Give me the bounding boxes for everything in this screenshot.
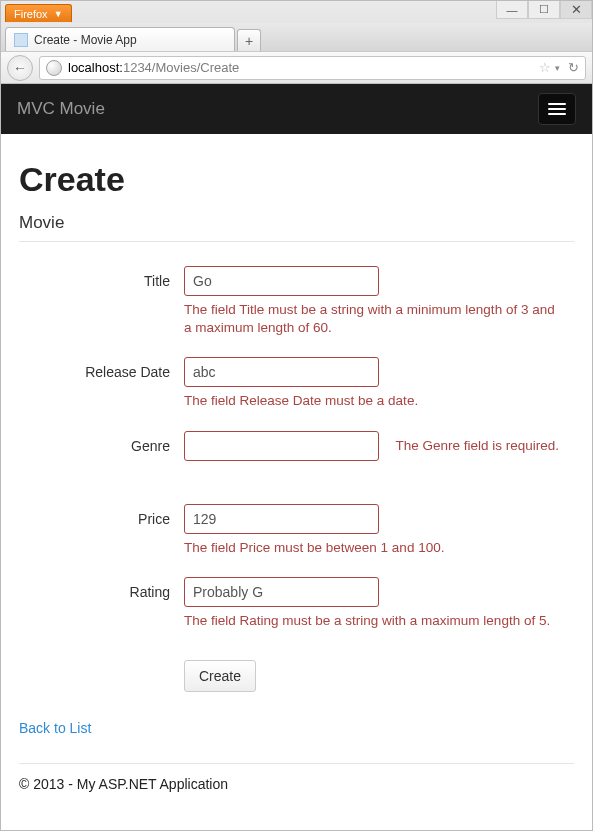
footer-text: © 2013 - My ASP.NET Application <box>19 776 574 792</box>
url-path: 1234/Movies/Create <box>123 60 239 75</box>
maximize-button[interactable]: ☐ <box>528 1 560 19</box>
url-host: localhost: <box>68 60 123 75</box>
spacer <box>19 660 184 667</box>
price-error: The field Price must be between 1 and 10… <box>184 539 564 557</box>
toolbar: ← localhost:1234/Movies/Create ☆ ▾ ↻ <box>1 51 592 83</box>
minimize-button[interactable]: — <box>496 1 528 19</box>
brand[interactable]: MVC Movie <box>17 99 105 119</box>
form-row-submit: Create <box>19 660 574 692</box>
reload-icon[interactable]: ↻ <box>568 60 579 75</box>
bookmark-dropdown-icon[interactable]: ▾ <box>555 63 560 73</box>
browser-chrome: Firefox ▼ — ☐ ✕ Create - Movie App + ← l… <box>1 1 592 84</box>
tab-title: Create - Movie App <box>34 33 137 47</box>
back-to-list-link[interactable]: Back to List <box>19 720 91 736</box>
globe-icon <box>46 60 62 76</box>
form-row-genre: Genre The Genre field is required. . <box>19 431 574 498</box>
content: Create Movie Title The field Title must … <box>1 134 592 810</box>
form-subtitle: Movie <box>19 213 574 233</box>
genre-error: The Genre field is required. <box>395 438 559 453</box>
arrow-left-icon: ← <box>13 60 27 76</box>
hamburger-icon <box>548 113 566 115</box>
close-button[interactable]: ✕ <box>560 1 592 19</box>
hamburger-icon <box>548 103 566 105</box>
label-genre: Genre <box>19 431 184 454</box>
rating-input[interactable] <box>184 577 379 607</box>
nav-toggle-button[interactable] <box>538 93 576 125</box>
label-title: Title <box>19 266 184 289</box>
label-price: Price <box>19 504 184 527</box>
form-row-price: Price The field Price must be between 1 … <box>19 504 574 571</box>
genre-input[interactable] <box>184 431 379 461</box>
addressbar-right: ☆ ▾ ↻ <box>539 60 579 75</box>
divider <box>19 241 574 242</box>
bookmark-star-icon[interactable]: ☆ <box>539 60 551 75</box>
release-date-error: The field Release Date must be a date. <box>184 392 564 410</box>
favicon-icon <box>14 33 28 47</box>
form-row-title: Title The field Title must be a string w… <box>19 266 574 351</box>
window-controls: — ☐ ✕ <box>496 1 592 19</box>
page-viewport: MVC Movie Create Movie Title The field T… <box>1 84 592 831</box>
browser-tab[interactable]: Create - Movie App <box>5 27 235 51</box>
address-bar[interactable]: localhost:1234/Movies/Create ☆ ▾ ↻ <box>39 56 586 80</box>
url-text: localhost:1234/Movies/Create <box>68 60 239 75</box>
form-row-release-date: Release Date The field Release Date must… <box>19 357 574 424</box>
firefox-label: Firefox <box>14 8 48 20</box>
new-tab-button[interactable]: + <box>237 29 261 51</box>
titlebar: Firefox ▼ — ☐ ✕ <box>1 1 592 23</box>
release-date-input[interactable] <box>184 357 379 387</box>
price-input[interactable] <box>184 504 379 534</box>
title-error: The field Title must be a string with a … <box>184 301 564 337</box>
create-form: Title The field Title must be a string w… <box>19 266 574 692</box>
tab-strip: Create - Movie App + <box>1 23 592 51</box>
back-button[interactable]: ← <box>7 55 33 81</box>
label-rating: Rating <box>19 577 184 600</box>
form-row-rating: Rating The field Rating must be a string… <box>19 577 574 644</box>
create-button[interactable]: Create <box>184 660 256 692</box>
hamburger-icon <box>548 108 566 110</box>
rating-error: The field Rating must be a string with a… <box>184 612 564 630</box>
label-release-date: Release Date <box>19 357 184 380</box>
title-input[interactable] <box>184 266 379 296</box>
firefox-menu-button[interactable]: Firefox ▼ <box>5 4 72 22</box>
page-title: Create <box>19 160 574 199</box>
app-navbar: MVC Movie <box>1 84 592 134</box>
footer-divider <box>19 763 574 764</box>
chevron-down-icon: ▼ <box>54 9 63 19</box>
